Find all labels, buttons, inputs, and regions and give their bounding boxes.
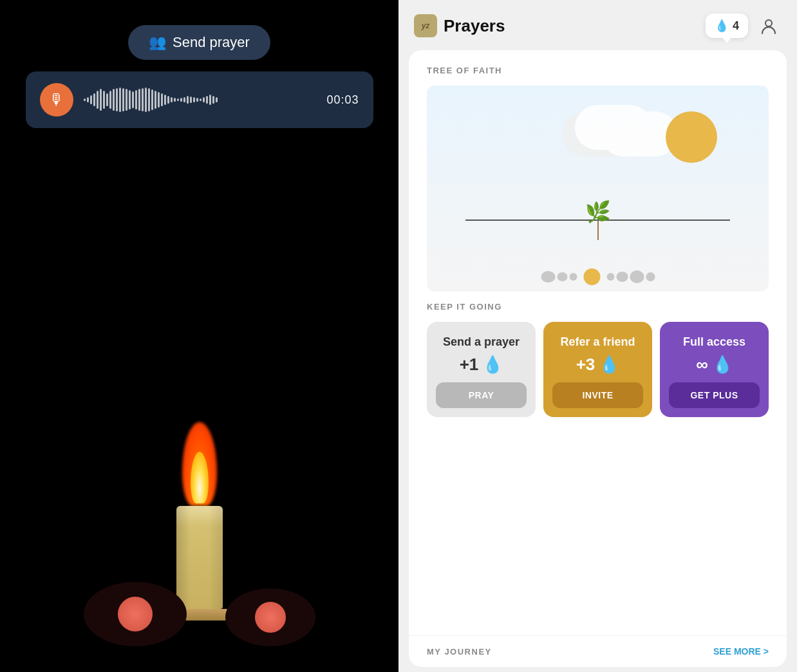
candle-main xyxy=(171,416,229,621)
candle-flame xyxy=(180,416,219,506)
get-plus-button[interactable]: GET PLUS xyxy=(669,382,760,408)
waveform-bar xyxy=(164,95,166,105)
waveform-bar xyxy=(183,97,185,102)
see-more-link[interactable]: SEE MORE > xyxy=(713,646,769,657)
water-drop-icon-card1: 💧 xyxy=(482,355,503,375)
keep-going-title: KEEP IT GOING xyxy=(427,302,769,312)
mic-icon: 🎙 xyxy=(49,91,64,109)
waveform-bar xyxy=(93,93,95,106)
rock xyxy=(616,272,628,282)
waveform-bar xyxy=(109,91,111,109)
waveform-bar xyxy=(132,91,134,108)
app-header-left: yz Prayers xyxy=(414,14,505,37)
water-badge[interactable]: 💧 4 xyxy=(706,14,748,38)
waveform-bar xyxy=(142,88,144,111)
tree-canvas: 🌿 xyxy=(427,86,769,292)
waveform-bar xyxy=(190,97,192,103)
waveform-bar xyxy=(151,89,153,110)
app-title: Prayers xyxy=(444,16,505,36)
waveform-bar xyxy=(84,98,86,101)
waveform-bar xyxy=(145,88,147,112)
waveform-bar xyxy=(126,89,127,111)
audio-recorder: 🎙 00:03 xyxy=(26,71,373,128)
underground-wrapper xyxy=(541,268,655,285)
waveform-bar xyxy=(167,96,169,104)
waveform-bar xyxy=(97,91,98,109)
pray-button[interactable]: PRAY xyxy=(436,382,527,408)
waveform-bar xyxy=(193,97,195,102)
mic-button[interactable]: 🎙 xyxy=(40,83,73,117)
timer: 00:03 xyxy=(326,93,359,107)
candle-group xyxy=(71,337,328,672)
full-access-card-title: Full access xyxy=(683,335,745,350)
candle-holder-left xyxy=(84,582,187,646)
waveform-bar xyxy=(87,97,89,102)
water-count: 4 xyxy=(733,19,739,33)
waveform-bar xyxy=(138,89,140,111)
header-actions: 💧 4 xyxy=(706,13,782,39)
waveform-bar xyxy=(148,88,150,111)
app-logo: yz xyxy=(414,14,437,37)
waveform-bar xyxy=(119,88,121,112)
candle-dot-right xyxy=(255,602,286,633)
svg-point-0 xyxy=(765,20,772,26)
main-content: TREE OF FAITH 🌿 xyxy=(409,50,787,667)
invite-button[interactable]: INVITE xyxy=(552,382,643,408)
refer-friend-card: Refer a friend +3 💧 INVITE xyxy=(543,322,652,417)
waveform-bar xyxy=(206,96,208,104)
waveform-bar xyxy=(113,89,115,111)
candle-scene xyxy=(0,167,398,672)
waveform-bar xyxy=(216,97,218,102)
send-prayer-card-value: +1 💧 xyxy=(460,355,503,375)
waveform-bar xyxy=(200,98,202,101)
rock xyxy=(569,273,577,281)
water-drop-icon: 💧 xyxy=(715,19,729,33)
send-prayer-button[interactable]: 👥 Send prayer xyxy=(128,25,270,60)
waveform-bar xyxy=(177,98,179,101)
waveform-bar xyxy=(174,98,176,102)
keep-going-section: KEEP IT GOING Send a prayer +1 💧 PRAY Re… xyxy=(409,302,787,635)
waveform-bar xyxy=(180,98,182,102)
water-drop-icon-card2: 💧 xyxy=(599,355,619,375)
waveform xyxy=(84,87,317,113)
waveform-bar xyxy=(129,90,131,109)
waveform-bar xyxy=(116,88,118,111)
tree-section-title: TREE OF FAITH xyxy=(427,66,769,75)
full-access-card: Full access ∞ 💧 GET PLUS xyxy=(660,322,769,417)
rock xyxy=(541,271,555,283)
waveform-bar xyxy=(212,96,214,104)
water-drop-icon-card3: 💧 xyxy=(712,355,733,375)
seed-bulb xyxy=(583,268,600,285)
person-icon: 👥 xyxy=(149,34,166,51)
cloud xyxy=(575,105,652,150)
journey-footer: MY JOURNEY SEE MORE > xyxy=(409,635,787,667)
waveform-bar xyxy=(161,93,163,106)
waveform-bar xyxy=(187,96,189,104)
send-prayer-card: Send a prayer +1 💧 PRAY xyxy=(427,322,536,417)
right-panel: yz Prayers 💧 4 TREE OF FAITH xyxy=(398,0,797,672)
waveform-bar xyxy=(122,88,124,111)
waveform-bar xyxy=(90,95,92,104)
waveform-bar xyxy=(100,89,102,111)
refer-friend-card-value: +3 💧 xyxy=(576,355,620,375)
journey-title: MY JOURNEY xyxy=(427,647,492,657)
refer-friend-card-title: Refer a friend xyxy=(560,335,635,350)
candle-holder-right xyxy=(225,588,315,646)
send-prayer-label: Send prayer xyxy=(173,34,250,51)
app-header: yz Prayers 💧 4 xyxy=(398,0,797,45)
root-line xyxy=(597,221,599,240)
seedling-leaf-icon: 🌿 xyxy=(585,201,611,222)
candle-body xyxy=(176,506,223,609)
rock xyxy=(646,272,655,281)
waveform-bar xyxy=(135,90,137,109)
full-access-card-value: ∞ 💧 xyxy=(696,355,733,375)
left-panel: 👥 Send prayer 🎙 00:03 xyxy=(0,0,398,672)
waveform-bar xyxy=(158,92,160,107)
waveform-bar xyxy=(196,98,198,102)
cards-row: Send a prayer +1 💧 PRAY Refer a friend +… xyxy=(427,322,769,417)
waveform-bar xyxy=(155,91,156,109)
waveform-bar xyxy=(106,93,108,106)
candle-dot-left xyxy=(118,597,153,631)
waveform-bar xyxy=(103,91,105,109)
profile-icon[interactable] xyxy=(756,13,782,39)
